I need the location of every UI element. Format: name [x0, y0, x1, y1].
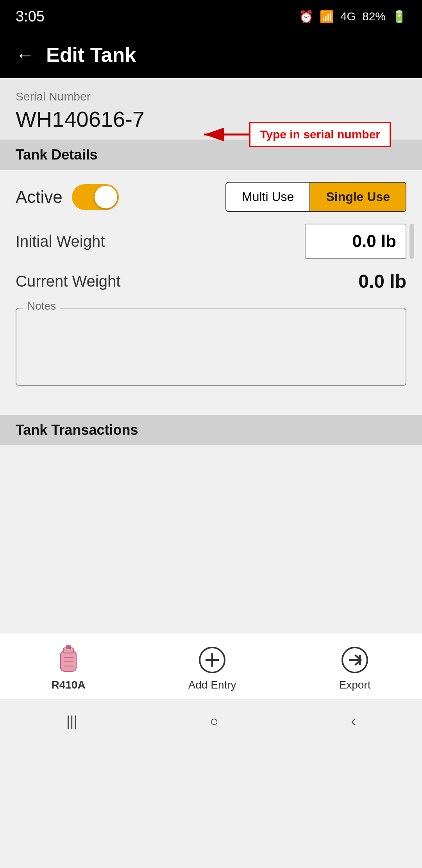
current-weight-label: Current Weight	[16, 273, 120, 290]
alarm-icon: ⏰	[299, 10, 313, 23]
nav-item-add-entry[interactable]: Add Entry	[188, 644, 236, 691]
single-use-button[interactable]: Single Use	[310, 183, 406, 211]
active-row: Active Multi Use Single Use	[16, 182, 406, 212]
initial-weight-label: Initial Weight	[16, 233, 105, 250]
download-icon: 📶	[320, 10, 334, 23]
home-button[interactable]: ○	[210, 713, 218, 730]
use-type-buttons: Multi Use Single Use	[225, 182, 406, 212]
notes-input[interactable]	[16, 308, 406, 386]
bottom-nav: R410A Add Entry Export	[0, 633, 422, 699]
active-toggle[interactable]	[72, 184, 119, 210]
notes-wrapper: Notes	[16, 308, 406, 387]
battery-label: 82%	[362, 10, 386, 23]
notes-legend: Notes	[23, 300, 60, 312]
nav-label-r410a: R410A	[51, 679, 85, 691]
page-title: Edit Tank	[46, 43, 136, 66]
current-weight-row: Current Weight 0.0 lb	[16, 271, 406, 292]
svg-rect-4	[66, 645, 71, 649]
battery-icon: 🔋	[392, 10, 406, 23]
export-icon	[339, 644, 370, 676]
recents-button[interactable]: |||	[66, 713, 77, 730]
annotation-callout: Type in serial number	[198, 122, 391, 147]
tank-icon	[53, 644, 84, 676]
transactions-area	[0, 445, 422, 633]
back-nav-button[interactable]: ‹	[351, 713, 356, 730]
status-icons: ⏰ 📶 4G 82% 🔋	[299, 10, 406, 23]
active-left: Active	[16, 184, 119, 210]
export-circle-icon	[341, 646, 368, 674]
nav-item-tank[interactable]: R410A	[51, 644, 85, 691]
toggle-knob	[95, 186, 117, 208]
add-circle-icon	[198, 646, 226, 674]
nav-label-export: Export	[339, 679, 371, 691]
initial-weight-input[interactable]: 0.0 lb	[305, 224, 406, 259]
initial-weight-wrapper: 0.0 lb	[305, 224, 406, 259]
multi-use-button[interactable]: Multi Use	[226, 183, 310, 211]
system-nav: ||| ○ ‹	[0, 699, 422, 742]
tank-details-content: Active Multi Use Single Use Initial Weig…	[0, 170, 422, 415]
svg-rect-2	[61, 651, 76, 671]
current-weight-value: 0.0 lb	[358, 271, 406, 292]
add-entry-icon	[197, 644, 228, 676]
annotation-arrow-icon	[198, 124, 249, 145]
serial-number-section: Serial Number WH140616-7 Type in serial …	[0, 78, 422, 140]
status-time: 3:05	[16, 8, 45, 25]
annotation-text: Type in serial number	[249, 122, 391, 147]
status-bar: 3:05 ⏰ 📶 4G 82% 🔋	[0, 0, 422, 31]
tank-transactions-header: Tank Transactions	[0, 415, 422, 445]
serial-number-value[interactable]: WH140616-7	[16, 106, 145, 132]
r410a-tank-icon	[55, 644, 82, 676]
app-bar: ← Edit Tank	[0, 31, 422, 78]
serial-number-label: Serial Number	[16, 90, 406, 103]
active-label: Active	[16, 187, 63, 207]
nav-label-add-entry: Add Entry	[188, 679, 236, 691]
scrollbar-stub	[409, 224, 414, 259]
back-button[interactable]: ←	[16, 44, 34, 66]
signal-icon: 4G	[340, 10, 356, 23]
nav-item-export[interactable]: Export	[339, 644, 371, 691]
initial-weight-row: Initial Weight 0.0 lb	[16, 224, 406, 259]
